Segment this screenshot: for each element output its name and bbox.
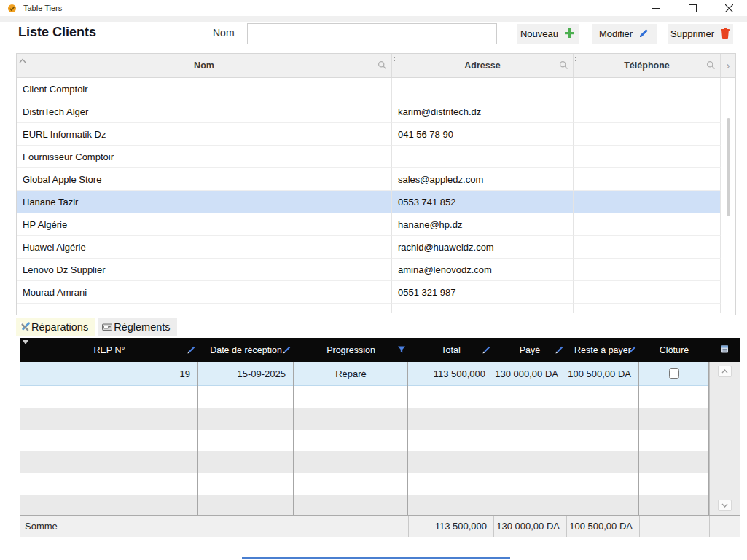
new-button[interactable]: Nouveau — [517, 24, 579, 44]
column-header-progression[interactable]: Progression — [294, 338, 408, 362]
clients-table-body: Client Comptoir DistriTech Alger karim@d… — [17, 78, 721, 313]
cell-progression: Réparé — [294, 362, 408, 385]
column-header-rep-no[interactable]: REP N° — [20, 338, 198, 362]
cell-adresse: 0553 741 852 — [392, 191, 574, 213]
cloture-checkbox[interactable] — [669, 368, 679, 379]
empty-row — [20, 451, 709, 473]
cell-adresse: 0551 321 987 — [392, 281, 574, 304]
cell-telephone — [574, 213, 721, 236]
empty-row — [20, 408, 709, 430]
payments-icon — [101, 321, 113, 333]
name-filter-input[interactable] — [247, 23, 497, 44]
close-button[interactable] — [711, 0, 747, 16]
tab-reglements[interactable]: Règlements — [98, 318, 176, 336]
filter-pen-icon[interactable] — [555, 345, 564, 357]
tools-icon — [19, 321, 31, 333]
search-icon[interactable] — [559, 60, 568, 72]
table-row[interactable]: EURL Informatik Dz 041 56 78 90 — [17, 123, 721, 146]
cell-adresse: rachid@huaweidz.com — [392, 236, 574, 259]
column-header-adresse[interactable]: Adresse — [392, 54, 574, 77]
cell-reste-a-payer: 100 500,00 DA — [566, 362, 639, 385]
scrollbar-thumb[interactable] — [727, 118, 730, 216]
column-chooser-icon[interactable] — [720, 344, 730, 356]
table-row[interactable]: DistriTech Alger karim@distritech.dz — [17, 100, 721, 123]
cell-date-reception: 15-09-2025 — [198, 362, 294, 385]
repair-row-selected[interactable]: 19 15-09-2025 Réparé 113 500,000 130 000… — [20, 362, 709, 386]
column-header-total[interactable]: Total — [408, 338, 493, 362]
cell-nom: Mourad Amrani — [17, 281, 392, 304]
window-title: Table Tiers — [23, 4, 62, 12]
column-header-label: Téléphone — [624, 60, 670, 71]
filter-pen-icon[interactable] — [187, 345, 196, 357]
cell-nom: Hanane Tazir — [17, 191, 392, 213]
table-row[interactable]: Huawei Algérie rachid@huaweidz.com — [17, 236, 721, 259]
sort-ascending-icon — [19, 55, 26, 66]
plus-icon — [564, 28, 575, 41]
detail-tabs: Réparations Règlements — [16, 318, 177, 336]
column-separator — [293, 362, 294, 515]
scroll-up-button[interactable] — [718, 366, 732, 377]
cell-nom: Global Apple Store — [17, 168, 392, 191]
cell-telephone — [574, 259, 721, 281]
column-header-date-reception[interactable]: Date de réception — [198, 338, 294, 362]
table-row[interactable]: Fournisseur Comptoir — [17, 146, 721, 168]
table-row[interactable]: Global Apple Store sales@appledz.com — [17, 168, 721, 191]
table-row[interactable]: Client Comptoir — [17, 78, 721, 100]
filter-funnel-icon[interactable] — [397, 345, 406, 356]
column-resize-grip[interactable] — [394, 57, 395, 58]
table-row[interactable]: Lenovo Dz Supplier amina@lenovodz.com — [17, 259, 721, 281]
titlebar-separator — [0, 16, 747, 22]
column-header-label: Total — [441, 345, 460, 355]
tab-label: Réparations — [31, 321, 88, 333]
filter-pen-icon[interactable] — [282, 345, 292, 357]
app-window: Table Tiers Liste Clients Nom Nouveau Mo… — [0, 0, 747, 560]
table-row[interactable]: HP Algérie hanane@hp.dz — [17, 213, 721, 236]
column-header-label: Reste à payer — [574, 345, 631, 355]
next-column-chevron-icon[interactable]: › — [721, 54, 735, 77]
cell-telephone — [574, 146, 721, 168]
table-row[interactable]: Mourad Amrani 0551 321 987 — [17, 281, 721, 304]
delete-button[interactable]: Supprimer — [668, 24, 733, 44]
search-icon[interactable] — [378, 60, 387, 72]
table-row-selected[interactable]: Hanane Tazir 0553 741 852 — [17, 191, 721, 213]
column-header-telephone[interactable]: Téléphone — [574, 54, 721, 77]
scroll-down-button[interactable] — [718, 500, 732, 511]
edit-button-label: Modifier — [599, 28, 633, 39]
minimize-button[interactable] — [638, 0, 674, 16]
vertical-scrollbar[interactable] — [709, 362, 740, 515]
empty-row — [20, 473, 709, 495]
repairs-table-footer: Somme 113 500,000 130 000,00 DA 100 500,… — [20, 515, 740, 537]
tab-reparations[interactable]: Réparations — [16, 318, 95, 336]
repairs-table: REP N° Date de réception Progression Tot… — [20, 338, 740, 537]
delete-button-label: Supprimer — [670, 28, 714, 39]
column-header-nom[interactable]: Nom — [17, 54, 392, 77]
column-separator — [407, 362, 408, 515]
vertical-scrollbar[interactable] — [721, 78, 735, 315]
column-header-reste-a-payer[interactable]: Reste à payer — [566, 338, 639, 362]
cell-adresse: sales@appledz.com — [392, 168, 574, 191]
edit-button[interactable]: Modifier — [592, 24, 657, 44]
maximize-button[interactable] — [674, 0, 711, 16]
column-header-cloture[interactable]: Clôturé — [639, 338, 709, 362]
cell-adresse: 041 56 78 90 — [392, 123, 574, 146]
page-title: Liste Clients — [18, 25, 96, 40]
cell-paye: 130 000,00 DA — [493, 362, 566, 385]
clients-table: Nom Adresse Téléphone › Client Comptoir — [16, 53, 736, 315]
column-resize-grip[interactable] — [575, 57, 576, 58]
filter-pen-icon[interactable] — [627, 345, 637, 357]
search-icon[interactable] — [706, 60, 716, 72]
column-header-label: Adresse — [464, 60, 500, 71]
cell-adresse — [392, 146, 574, 168]
cell-nom: Huawei Algérie — [17, 236, 392, 259]
filter-pen-icon[interactable] — [482, 345, 491, 357]
cell-telephone — [574, 78, 721, 100]
cell-adresse: hanane@hp.dz — [392, 213, 574, 236]
clients-table-header: Nom Adresse Téléphone › — [17, 54, 735, 78]
footer-paye: 130 000,00 DA — [493, 516, 566, 537]
cell-telephone — [574, 236, 721, 259]
cell-total: 113 500,000 — [408, 362, 493, 385]
window-controls — [638, 0, 747, 16]
column-header-paye[interactable]: Payé — [493, 338, 566, 362]
footer-total: 113 500,000 — [408, 516, 493, 537]
cell-adresse: amina@lenovodz.com — [392, 259, 574, 281]
